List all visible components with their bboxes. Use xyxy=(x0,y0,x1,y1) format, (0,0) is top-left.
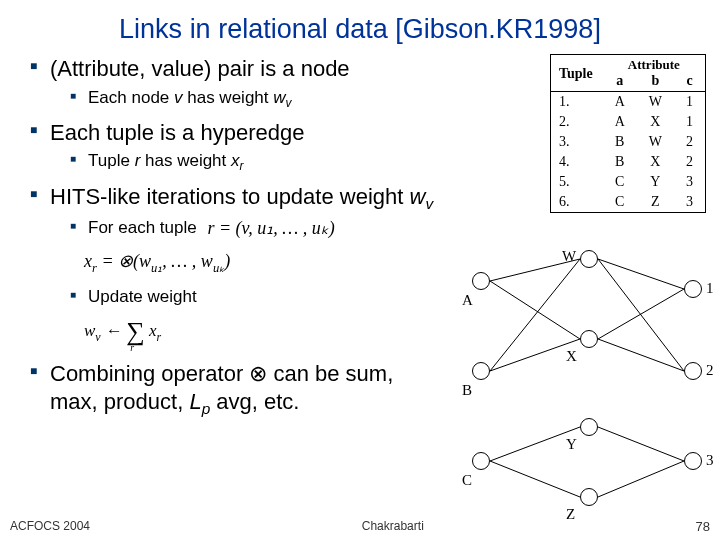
bullet-4: Combining operator ⊗ can be sum, max, pr… xyxy=(30,360,470,418)
bullet-3a: For each tuple r = (v, u₁, … , uₖ) xyxy=(50,217,450,240)
svg-line-2 xyxy=(490,259,580,371)
table-col-b: b xyxy=(637,73,674,92)
svg-line-7 xyxy=(598,289,684,339)
svg-line-10 xyxy=(598,427,684,461)
svg-line-0 xyxy=(490,259,580,281)
slide-title: Links in relational data [Gibson.KR1998] xyxy=(0,0,720,55)
svg-line-5 xyxy=(490,461,580,497)
page-number: 78 xyxy=(696,519,710,534)
footer-left: ACFOCS 2004 xyxy=(10,519,90,534)
footer-author: Chakrabarti xyxy=(362,519,424,534)
table-col-a: a xyxy=(603,73,637,92)
table-row: 4.BX2 xyxy=(551,152,705,172)
svg-line-8 xyxy=(598,259,684,371)
table-row: 6.CZ3 xyxy=(551,192,705,212)
svg-line-6 xyxy=(598,259,684,289)
formula-xr: xr = ⊗(wu₁, … , wuₖ) xyxy=(84,250,230,276)
table-row: 1.AW1 xyxy=(551,92,705,113)
svg-line-4 xyxy=(490,427,580,461)
formula-tuple: r = (v, u₁, … , uₖ) xyxy=(207,217,334,240)
svg-line-11 xyxy=(598,461,684,497)
table-head-attribute: Attribute xyxy=(603,55,705,73)
formula-wv: wv ← ∑r xr xyxy=(84,316,161,349)
table-row: 5.CY3 xyxy=(551,172,705,192)
bullet-3: HITS-like iterations to update weight wv… xyxy=(30,183,450,356)
hypergraph-diagram: A B C W X Y Z 1 2 3 xyxy=(462,250,720,520)
data-table: Tuple Attribute a b c 1.AW12.AX13.BW24.B… xyxy=(550,54,706,213)
table-row: 2.AX1 xyxy=(551,112,705,132)
table-head-tuple: Tuple xyxy=(551,55,603,92)
footer: ACFOCS 2004 Chakrabarti 78 xyxy=(0,519,720,534)
table-row: 3.BW2 xyxy=(551,132,705,152)
svg-line-1 xyxy=(490,281,580,339)
bullet-3b: Update weight xyxy=(50,286,450,307)
table-col-c: c xyxy=(674,73,705,92)
svg-line-3 xyxy=(490,339,580,371)
edges xyxy=(462,250,720,520)
